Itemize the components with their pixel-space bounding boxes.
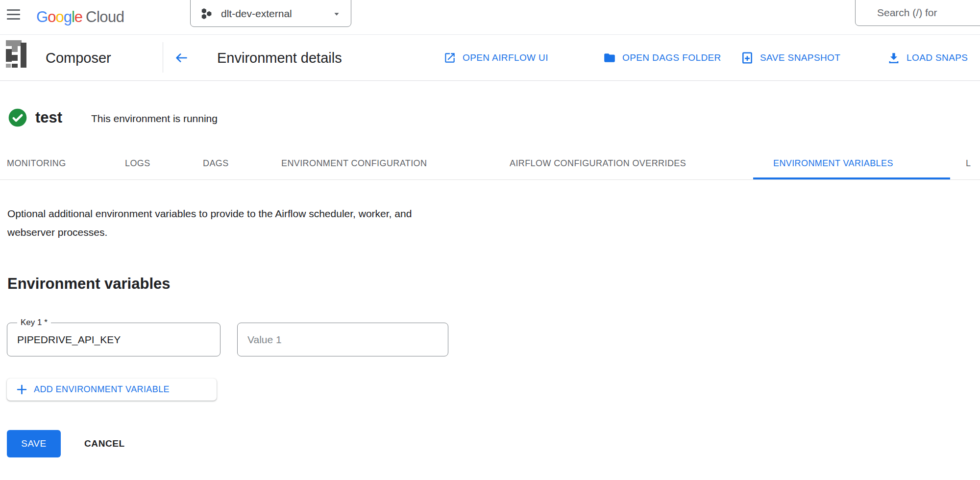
open-dags-folder-label: OPEN DAGS FOLDER: [622, 52, 721, 63]
back-button[interactable]: [172, 49, 191, 67]
add-environment-variable-label: ADD ENVIRONMENT VARIABLE: [34, 384, 170, 395]
page-title: Environment details: [217, 35, 342, 81]
project-hexagons-icon: [199, 7, 213, 21]
project-selector[interactable]: dlt-dev-external: [190, 0, 351, 27]
chevron-down-icon: [331, 8, 342, 19]
open-in-new-icon: [443, 51, 456, 64]
tab-dags[interactable]: DAGS: [203, 147, 229, 179]
environment-name: test: [35, 108, 62, 127]
tab-environment-configuration[interactable]: ENVIRONMENT CONFIGURATION: [281, 147, 427, 179]
save-snapshot-icon: [741, 51, 754, 64]
header-divider: [163, 42, 163, 73]
cloud-wordmark: Cloud: [86, 8, 124, 26]
product-name[interactable]: Composer: [46, 35, 111, 81]
key-field-container: Key 1 *: [7, 323, 220, 356]
value-field-container: [237, 323, 448, 356]
tab-labels-cut[interactable]: L: [966, 147, 971, 179]
plus-icon: [15, 383, 28, 396]
composer-logo: [4, 40, 28, 72]
download-icon: [887, 51, 900, 64]
folder-icon: [603, 51, 616, 64]
google-cloud-logo[interactable]: Google Cloud: [36, 0, 124, 34]
key-input[interactable]: [7, 323, 220, 356]
back-arrow-icon: [173, 51, 189, 65]
open-airflow-ui-label: OPEN AIRFLOW UI: [463, 52, 548, 63]
search-placeholder: Search (/) for: [856, 7, 937, 25]
google-logo-wordmark: Google: [36, 8, 82, 26]
tab-environment-variables[interactable]: ENVIRONMENT VARIABLES: [773, 147, 893, 179]
value-input[interactable]: [238, 323, 448, 356]
add-environment-variable-button[interactable]: ADD ENVIRONMENT VARIABLE: [7, 379, 217, 401]
environment-status-message: This environment is running: [91, 109, 218, 128]
search-input[interactable]: Search (/) for: [855, 0, 980, 26]
composer-environment-details-page: Google Cloud dlt-dev-external Search (/)…: [0, 0, 980, 480]
description-line-2: webserver processes.: [7, 223, 412, 242]
description-line-1: Optional additional environment variable…: [7, 204, 412, 223]
load-snapshot-label: LOAD SNAPS: [906, 52, 968, 63]
project-name: dlt-dev-external: [221, 8, 331, 20]
open-dags-folder-button[interactable]: OPEN DAGS FOLDER: [603, 35, 721, 81]
check-circle-icon: [8, 108, 27, 127]
tab-airflow-configuration-overrides[interactable]: AIRFLOW CONFIGURATION OVERRIDES: [510, 147, 686, 179]
open-airflow-ui-button[interactable]: OPEN AIRFLOW UI: [443, 35, 548, 81]
save-button[interactable]: SAVE: [7, 430, 61, 457]
tab-logs[interactable]: LOGS: [125, 147, 150, 179]
product-header: Composer Environment details OPEN AIRFLO…: [0, 35, 980, 81]
top-app-bar: Google Cloud dlt-dev-external Search (/)…: [0, 0, 980, 35]
active-tab-underline: [753, 177, 950, 179]
tab-bar: MONITORING LOGS DAGS ENVIRONMENT CONFIGU…: [0, 147, 980, 180]
cancel-button[interactable]: CANCEL: [77, 430, 132, 457]
hamburger-menu-icon[interactable]: [7, 9, 20, 25]
section-title: Environment variables: [7, 275, 171, 293]
save-snapshot-button[interactable]: SAVE SNAPSHOT: [741, 35, 840, 81]
load-snapshot-button[interactable]: LOAD SNAPS: [887, 35, 968, 81]
section-description: Optional additional environment variable…: [7, 204, 412, 242]
tab-monitoring[interactable]: MONITORING: [7, 147, 66, 179]
save-snapshot-label: SAVE SNAPSHOT: [760, 52, 840, 63]
